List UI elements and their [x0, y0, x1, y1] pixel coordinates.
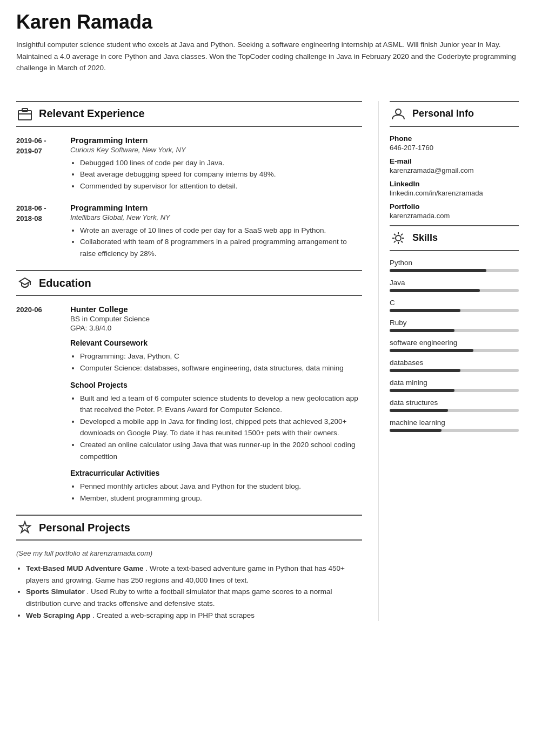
coursework-2: Computer Science: databases, software en…: [80, 362, 362, 374]
edu1-degree: BS in Computer Science: [70, 315, 362, 323]
skill-name-6: data mining: [390, 379, 519, 387]
projects-section-header: Personal Projects: [16, 515, 362, 541]
svg-rect-0: [18, 111, 31, 120]
exp1-date: 2019-06 -2019-07: [16, 136, 70, 192]
exp1-subtitle: Curious Key Software, New York, NY: [70, 146, 362, 154]
experience-entry-1: 2019-06 -2019-07 Programming Intern Curi…: [16, 136, 362, 192]
phone-label: Phone: [390, 134, 519, 143]
email-label: E-mail: [390, 157, 519, 165]
exp2-title: Programming Intern: [70, 203, 362, 212]
coursework-bullets: Programming: Java, Python, C Computer Sc…: [80, 350, 362, 374]
skill-bar-bg-3: [390, 329, 519, 332]
exp1-content: Programming Intern Curious Key Software,…: [70, 136, 362, 192]
education-entry-1: 2020-06 Hunter College BS in Computer Sc…: [16, 305, 362, 504]
right-column: Personal Info Phone 646-207-1760 E-mail …: [378, 101, 519, 621]
name-section: Karen Ramada Insightful computer science…: [0, 0, 535, 85]
projects-icon: [16, 519, 34, 536]
left-column: Relevant Experience 2019-06 -2019-07 Pro…: [16, 101, 378, 621]
portfolio-label: Portfolio: [390, 202, 519, 211]
skill-bar-bg-1: [390, 289, 519, 292]
resume-body: Relevant Experience 2019-06 -2019-07 Pro…: [0, 85, 535, 637]
exp1-bullet-2: Beat average debugging speed for company…: [80, 168, 362, 180]
extracurricular-bullets: Penned monthly articles about Java and P…: [80, 481, 362, 504]
linkedin-label: LinkedIn: [390, 180, 519, 188]
skill-bar-fill-6: [390, 389, 454, 392]
phone-value: 646-207-1760: [390, 144, 519, 152]
experience-list: 2019-06 -2019-07 Programming Intern Curi…: [16, 136, 362, 260]
exp2-content: Programming Intern Intellibars Global, N…: [70, 203, 362, 260]
school-projects-bullets: Built and led a team of 6 computer scien…: [80, 393, 362, 463]
exp1-bullet-1: Debugged 100 lines of code per day in Ja…: [80, 157, 362, 169]
edu1-content: Hunter College BS in Computer Science GP…: [70, 305, 362, 504]
personal-info-header: Personal Info: [390, 101, 519, 127]
skill-bar-fill-7: [390, 409, 448, 412]
personal-info-content: Phone 646-207-1760 E-mail karenzramada@g…: [390, 134, 519, 220]
svg-point-4: [396, 109, 401, 114]
skill-bar-fill-2: [390, 309, 460, 312]
education-section-header: Education: [16, 270, 362, 296]
svg-point-5: [396, 235, 401, 241]
personal-info-title: Personal Info: [412, 108, 474, 119]
skills-section-header: Skills: [390, 225, 519, 251]
skill-name-5: databases: [390, 359, 519, 367]
skill-name-2: C: [390, 299, 519, 307]
skill-bar-fill-0: [390, 269, 486, 272]
summary: Insightful computer science student who …: [16, 39, 519, 74]
skills-title: Skills: [412, 232, 438, 244]
projects-title: Personal Projects: [39, 522, 130, 534]
project-1: Text-Based MUD Adventure Game . Wrote a …: [26, 563, 362, 586]
skill-name-7: data structures: [390, 399, 519, 407]
experience-title: Relevant Experience: [39, 107, 145, 120]
skill-bar-bg-2: [390, 309, 519, 312]
skill-bar-fill-1: [390, 289, 480, 292]
exp2-date: 2018-06 -2018-08: [16, 203, 70, 260]
skill-bar-bg-4: [390, 349, 519, 352]
skill-name-1: Java: [390, 279, 519, 287]
candidate-name: Karen Ramada: [16, 11, 519, 33]
project-2: Sports Simulator . Used Ruby to write a …: [26, 586, 362, 609]
linkedin-value: linkedin.com/in/karenzramada: [390, 189, 519, 197]
education-title: Education: [39, 277, 91, 289]
project-3: Web Scraping App . Created a web-scrapin…: [26, 610, 362, 622]
edu1-extra: Relevant Coursework Programming: Java, P…: [70, 339, 362, 504]
personal-info-icon: [390, 105, 407, 123]
exp1-bullet-3: Commended by supervisor for attention to…: [80, 180, 362, 192]
exp2-subtitle: Intellibars Global, New York, NY: [70, 213, 362, 221]
extracurricular-title: Extracurricular Activities: [70, 469, 362, 477]
skill-bar-fill-8: [390, 429, 442, 432]
edu1-title: Hunter College: [70, 305, 362, 314]
svg-rect-1: [22, 109, 28, 111]
exp2-bullet-2: Collaborated with team of 8 programmers …: [80, 236, 362, 259]
email-value: karenzramada@gmail.com: [390, 166, 519, 174]
exp1-bullets: Debugged 100 lines of code per day in Ja…: [80, 157, 362, 192]
skill-name-8: machine learning: [390, 418, 519, 427]
skills-icon: [390, 230, 407, 247]
school-projects-title: School Projects: [70, 381, 362, 389]
school-project-2: Developed a mobile app in Java for findi…: [80, 416, 362, 439]
exp1-title: Programming Intern: [70, 136, 362, 145]
skill-bar-bg-6: [390, 389, 519, 392]
extracurricular-1: Penned monthly articles about Java and P…: [80, 481, 362, 492]
skill-bar-bg-0: [390, 269, 519, 272]
portfolio-value: karenzramada.com: [390, 212, 519, 220]
skill-name-4: software engineering: [390, 339, 519, 347]
projects-note: (See my full portfolio at karenzramada.c…: [16, 549, 362, 557]
edu1-gpa: GPA: 3.8/4.0: [70, 324, 362, 332]
experience-section-header: Relevant Experience: [16, 101, 362, 127]
experience-icon: [16, 105, 34, 123]
skill-name-3: Ruby: [390, 319, 519, 327]
education-icon: [16, 274, 34, 292]
projects-bullets: Text-Based MUD Adventure Game . Wrote a …: [26, 563, 362, 621]
skill-bar-bg-7: [390, 409, 519, 412]
skill-bar-bg-8: [390, 429, 519, 432]
skill-name-0: Python: [390, 259, 519, 267]
school-project-3: Created an online calculator using Java …: [80, 439, 362, 462]
edu1-date: 2020-06: [16, 305, 70, 504]
skill-bar-fill-5: [390, 369, 460, 372]
experience-entry-2: 2018-06 -2018-08 Programming Intern Inte…: [16, 203, 362, 260]
coursework-1: Programming: Java, Python, C: [80, 350, 362, 362]
skill-bar-fill-4: [390, 349, 473, 352]
skills-list: PythonJavaCRubysoftware engineeringdatab…: [390, 259, 519, 432]
school-project-1: Built and led a team of 6 computer scien…: [80, 393, 362, 416]
skill-bar-fill-3: [390, 329, 454, 332]
